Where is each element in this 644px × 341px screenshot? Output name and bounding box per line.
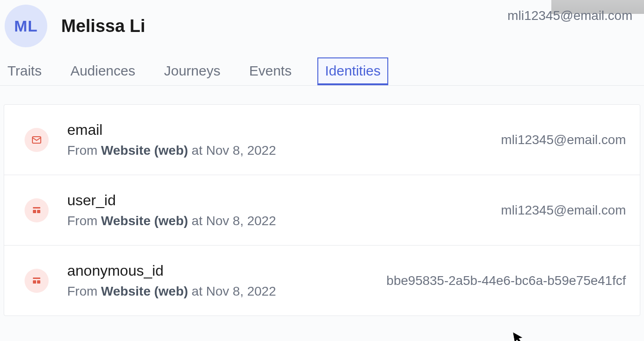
identity-source-name: Website (web) <box>101 214 188 228</box>
tab-traits[interactable]: Traits <box>5 57 44 85</box>
identity-source-suffix: at Nov 8, 2022 <box>188 143 276 158</box>
tab-journeys[interactable]: Journeys <box>161 57 223 85</box>
identity-source-suffix: at Nov 8, 2022 <box>188 214 276 228</box>
profile-header: ML Melissa Li mli12345@email.com <box>0 0 644 57</box>
id-icon <box>25 198 49 222</box>
svg-rect-4 <box>33 278 40 279</box>
identity-source-prefix: From <box>67 214 101 228</box>
profile-email: mli12345@email.com <box>507 8 632 23</box>
identity-main: user_id From Website (web) at Nov 8, 202… <box>67 192 501 228</box>
identity-source-name: Website (web) <box>101 143 188 158</box>
identity-main: anonymous_id From Website (web) at Nov 8… <box>67 262 386 299</box>
identity-main: email From Website (web) at Nov 8, 2022 <box>67 121 501 158</box>
svg-rect-5 <box>33 280 36 284</box>
identity-row-anonymous-id[interactable]: anonymous_id From Website (web) at Nov 8… <box>4 246 640 316</box>
svg-rect-1 <box>33 207 40 208</box>
identity-source-prefix: From <box>67 143 101 158</box>
identity-source-name: Website (web) <box>101 284 188 298</box>
svg-rect-6 <box>37 280 40 284</box>
tabs-bar: Traits Audiences Journeys Events Identit… <box>0 57 644 86</box>
identity-source: From Website (web) at Nov 8, 2022 <box>67 143 501 158</box>
svg-rect-2 <box>33 210 36 213</box>
tab-audiences[interactable]: Audiences <box>68 57 138 85</box>
identity-title: email <box>67 121 501 139</box>
identity-value: mli12345@email.com <box>501 133 626 147</box>
email-icon <box>25 128 49 152</box>
tab-identities[interactable]: Identities <box>317 57 388 85</box>
identity-list: email From Website (web) at Nov 8, 2022 … <box>4 104 640 316</box>
identity-source-suffix: at Nov 8, 2022 <box>188 284 276 298</box>
identity-title: user_id <box>67 192 501 209</box>
cursor-icon <box>513 330 526 341</box>
id-icon <box>25 269 49 293</box>
identity-source: From Website (web) at Nov 8, 2022 <box>67 214 501 228</box>
identity-value: bbe95835-2a5b-44e6-bc6a-b59e75e41fcf <box>386 273 626 288</box>
identity-row-user-id[interactable]: user_id From Website (web) at Nov 8, 202… <box>4 175 640 246</box>
svg-rect-3 <box>37 210 40 213</box>
profile-name: Melissa Li <box>61 16 145 36</box>
identity-value: mli12345@email.com <box>501 203 626 218</box>
tab-events[interactable]: Events <box>246 57 295 85</box>
identity-title: anonymous_id <box>67 262 386 279</box>
identity-row-email[interactable]: email From Website (web) at Nov 8, 2022 … <box>4 105 640 175</box>
identity-source: From Website (web) at Nov 8, 2022 <box>67 284 386 299</box>
avatar: ML <box>5 5 47 47</box>
identity-source-prefix: From <box>67 284 101 298</box>
